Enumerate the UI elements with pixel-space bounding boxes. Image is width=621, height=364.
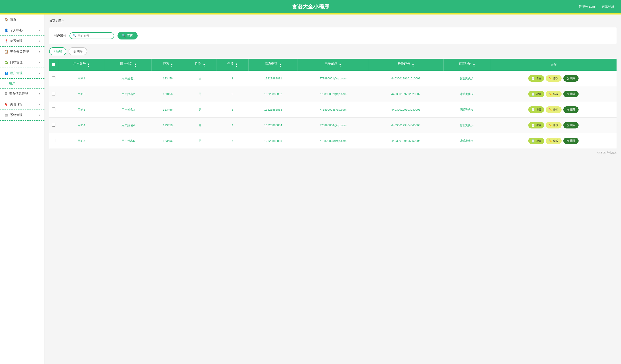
personal-icon: 👤 [4,29,8,32]
row-checkbox-cell-0 [49,71,58,86]
th-email[interactable]: 电子邮箱 ▲▼ [298,59,368,71]
logout-button[interactable]: 退出登录 [602,5,614,9]
row-account-2: 用户3 [58,102,105,118]
row-checkbox-3[interactable] [52,123,55,127]
th-gender[interactable]: 性别 ▲▼ [184,59,216,71]
detail-icon-0: 📄 [532,77,535,80]
row-gender-2: 男 [184,102,216,118]
row-account-1: 用户2 [58,86,105,102]
sidebar-item-label-food-cat: 美食分类管理 [10,50,29,54]
sort-arrows-email: ▲▼ [339,63,341,68]
user-icon: 👥 [4,71,8,75]
admin-label: 管理员 admin [579,5,597,9]
header-right: 管理员 admin 退出登录 [579,5,614,9]
row-address-4: 家庭地址5 [443,133,490,149]
detail-button-4[interactable]: 📄 详情 [528,138,544,144]
th-id-card[interactable]: 身份证号 ▲▼ [368,59,444,71]
detail-icon-3: 📄 [532,124,535,127]
row-age-4: 5 [216,133,249,149]
sidebar-item-label-food-info: 美食信息管理 [9,92,28,96]
th-account[interactable]: 用户账号 ▲▼ [58,59,105,71]
edit-icon-1: ✏️ [549,93,552,96]
th-age[interactable]: 年龄 ▲▼ [216,59,249,71]
row-checkbox-2[interactable] [52,108,55,111]
row-phone-0: 13823888881 [249,71,298,86]
row-phone-2: 13823888883 [249,102,298,118]
th-address[interactable]: 家庭地址 ▲▼ [443,59,490,71]
sidebar-item-label-taste: 口味管理 [10,61,23,64]
sidebar-item-food-cat[interactable]: 📋 美食分类管理 ▾ [0,47,44,57]
edit-icon-4: ✏️ [549,139,552,142]
breadcrumb-home[interactable]: 首页 [49,19,55,23]
row-address-1: 家庭地址2 [443,86,490,102]
sidebar-item-system[interactable]: 📰 系统管理 ▾ [0,110,44,121]
sidebar-sub-item-user[interactable]: 用户 [0,79,44,89]
app-title: 食谱大全小程序 [292,3,329,10]
row-checkbox-cell-4 [49,133,58,149]
row-name-4: 用户姓名5 [105,133,152,149]
system-icon: 📰 [4,113,8,117]
row-age-0: 1 [216,71,249,86]
row-ops-2: 📄 详情 ✏️ 修改 🗑 删除 [490,102,617,118]
chevron-down-icon7: ▾ [39,113,40,117]
edit-button-1[interactable]: ✏️ 修改 [546,91,562,97]
sidebar-item-food-info[interactable]: ☰ 美食信息管理 ▾ [0,89,44,99]
th-password[interactable]: 密码 ▲▼ [152,59,184,71]
row-email-2: 773890003@qq.com [298,102,368,118]
row-email-0: 773890001@qq.com [298,71,368,86]
row-delete-icon-4: 🗑 [567,139,569,142]
search-area: 用户账号 🔍 🔍 查询 [49,27,617,44]
row-checkbox-cell-1 [49,86,58,102]
sidebar-item-taste[interactable]: ✅ 口味管理 ▾ [0,57,44,68]
search-input[interactable] [78,34,111,37]
detail-button-1[interactable]: 📄 详情 [528,91,544,97]
detail-button-3[interactable]: 📄 详情 [528,122,544,128]
th-phone[interactable]: 联系电话 ▲▼ [249,59,298,71]
row-checkbox-cell-3 [49,118,58,133]
row-delete-icon-1: 🗑 [567,93,569,96]
select-all-checkbox[interactable] [52,63,55,66]
row-delete-button-4[interactable]: 🗑 删除 [563,138,579,144]
row-checkbox-4[interactable] [52,139,55,142]
edit-button-4[interactable]: ✏️ 修改 [546,138,562,144]
edit-button-2[interactable]: ✏️ 修改 [546,106,562,113]
th-checkbox [49,59,58,71]
row-id-card-2: 440300199303030003 [368,102,444,118]
sidebar-item-label-cuisine: 菜系管理 [10,39,23,43]
table-row: 用户4 用户姓名4 123456 男 4 13823888884 7738900… [49,118,617,133]
row-gender-1: 男 [184,86,216,102]
row-gender-0: 男 [184,71,216,86]
main-content: 首页 / 用户 用户账号 🔍 🔍 查询 + 新增 🗑 删除 [45,15,621,364]
sidebar-item-personal[interactable]: 👤 个人中心 ▾ [0,25,44,36]
row-checkbox-1[interactable] [52,92,55,95]
row-email-1: 773890002@qq.com [298,86,368,102]
sidebar-item-user[interactable]: 👥 用户管理 ▴ [0,68,44,79]
sidebar-item-home[interactable]: 🏠 首页 [0,15,44,25]
row-delete-button-3[interactable]: 🗑 删除 [563,122,579,128]
chevron-down-icon2: ▾ [39,39,40,43]
row-account-4: 用户5 [58,133,105,149]
edit-button-3[interactable]: ✏️ 修改 [546,122,562,128]
detail-button-2[interactable]: 📄 详情 [528,106,544,113]
forum-icon: 🔖 [4,103,8,106]
edit-button-0[interactable]: ✏️ 修改 [546,75,562,82]
batch-delete-button[interactable]: 🗑 删除 [69,47,87,55]
row-delete-button-1[interactable]: 🗑 删除 [563,91,579,97]
sidebar-sub-label-user: 用户 [9,81,15,85]
row-delete-button-2[interactable]: 🗑 删除 [563,106,579,113]
add-button[interactable]: + 新增 [49,47,66,55]
chevron-down-icon6: ▾ [39,103,40,106]
chevron-down-icon3: ▾ [39,50,40,53]
th-name[interactable]: 用户姓名 ▲▼ [105,59,152,71]
food-info-icon: ☰ [4,92,7,95]
row-delete-button-0[interactable]: 🗑 删除 [563,75,579,82]
sidebar-item-cuisine[interactable]: 📍 菜系管理 ▾ [0,36,44,47]
sort-arrows-age: ▲▼ [235,63,238,68]
sort-arrows-name: ▲▼ [134,63,137,68]
detail-button-0[interactable]: 📄 详情 [528,75,544,82]
row-checkbox-0[interactable] [52,76,55,80]
layout: 🏠 首页 👤 个人中心 ▾ 📍 菜系管理 ▾ 📋 美食分类管理 ▾ [0,15,621,364]
search-button[interactable]: 🔍 查询 [118,32,138,39]
row-address-3: 家庭地址4 [443,118,490,133]
sidebar-item-forum[interactable]: 🔖 美食论坛 ▾ [0,99,44,110]
